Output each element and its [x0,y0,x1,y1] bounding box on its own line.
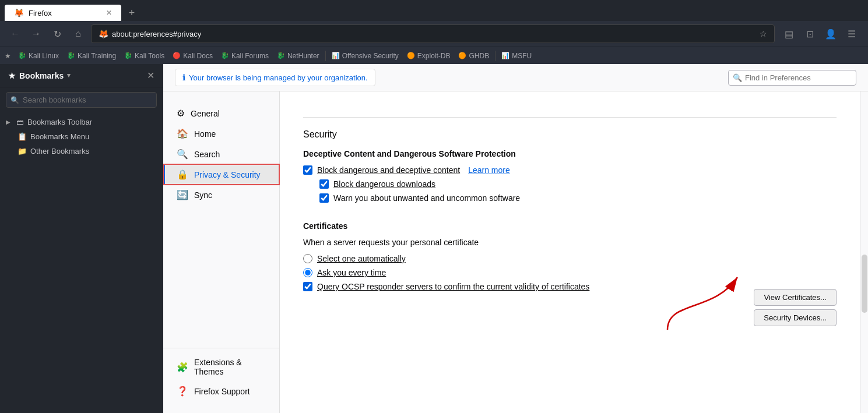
block-downloads-label: Block dangerous downloads [333,179,435,189]
block-downloads-row: Block dangerous downloads [303,179,837,189]
certificates-title: Certificates [303,221,837,231]
bookmark-kali-linux[interactable]: 🐉 Kali Linux [15,51,62,61]
select-auto-radio[interactable] [303,254,312,263]
kali-tools-icon: 🐉 [124,52,132,59]
ocsp-text: Query OCSP responder servers to confirm … [317,282,589,291]
bookmarks-bar-star-icon: ★ [5,52,11,60]
bookmark-kali-docs[interactable]: 🔴 Kali Docs [169,51,216,61]
bookmarks-toolbar-icon: 🗃 [16,118,24,126]
block-dangerous-checkbox[interactable] [303,165,312,175]
bookmark-kali-training[interactable]: 🐉 Kali Training [64,51,120,61]
prefs-main-wrap: Security Deceptive Content and Dangerous… [280,91,868,413]
reload-button[interactable]: ↻ [49,26,65,42]
support-icon: ❓ [177,386,188,397]
kali-docs-icon: 🔴 [173,52,181,59]
prefs-search-input[interactable] [728,70,856,86]
privacy-icon: 🔒 [177,169,188,180]
kali-training-icon: 🐉 [67,52,75,59]
sidebar-close-button[interactable]: ✕ [147,70,154,81]
main-area: ★ Bookmarks ▾ ✕ 🔍 ▶ 🗃 Bookmarks Toolbar [0,64,868,413]
cert-buttons-group: View Certificates... Security Devices... [754,289,837,326]
url-star-icon[interactable]: ☆ [760,29,767,38]
tab-close-icon[interactable]: ✕ [106,9,112,17]
bookmark-nethunter[interactable]: 🐉 NetHunter [273,51,323,61]
prefs-nav-extensions[interactable]: 🧩 Extensions & Themes [163,353,279,381]
monitor-icon[interactable]: ⊡ [800,24,819,43]
bookmark-kali-tools[interactable]: 🐉 Kali Tools [121,51,168,61]
prefs-search-icon: 🔍 [733,73,742,82]
library-icon[interactable]: ▤ [779,24,798,43]
tree-item-bookmarks-menu[interactable]: 📋 Bookmarks Menu [0,129,163,144]
view-certificates-button[interactable]: View Certificates... [754,289,837,306]
sidebar-search-area: 🔍 [0,87,163,112]
prefs-main: Security Deceptive Content and Dangerous… [280,91,860,413]
tree-label: Bookmarks Menu [30,132,89,141]
bookmark-ghdb[interactable]: 🟠 GHDB [455,51,493,61]
prefs-nav-general[interactable]: ⚙ General [163,103,279,123]
learn-more-link[interactable]: Learn more [468,165,510,175]
tree-item-bookmarks-toolbar[interactable]: ▶ 🗃 Bookmarks Toolbar [0,115,163,129]
tree-item-other-bookmarks[interactable]: 📁 Other Bookmarks [0,144,163,158]
prefs-nav-sync[interactable]: 🔄 Sync [163,185,279,205]
forward-button[interactable]: → [28,26,44,42]
bookmark-label: Offensive Security [342,52,399,60]
deceptive-subsection: Deceptive Content and Dangerous Software… [303,149,837,203]
block-downloads-checkbox[interactable] [319,179,329,189]
select-auto-label: Select one automatically [317,254,406,263]
bookmark-offensive-security[interactable]: 📊 Offensive Security [328,51,402,61]
bookmark-label: MSFU [512,52,532,60]
ocsp-checkbox[interactable] [303,282,312,291]
bookmark-kali-forums[interactable]: 🐉 Kali Forums [217,51,272,61]
prefs-nav-search[interactable]: 🔍 Search [163,144,279,164]
ask-every-radio[interactable] [303,268,312,277]
nethunter-icon: 🐉 [277,52,285,59]
new-tab-button[interactable]: + [124,5,140,21]
offensive-icon: 📊 [332,52,340,59]
prefs-panel: ℹ Your browser is being managed by your … [163,64,868,413]
url-text: about:preferences#privacy [112,30,201,38]
active-tab[interactable]: 🦊 Firefox ✕ [5,5,121,21]
warn-unwanted-row: Warn you about unwanted and uncommon sof… [303,193,837,203]
bookmarks-star-icon: ★ [8,71,16,80]
tab-bar: 🦊 Firefox ✕ + [0,0,868,21]
menu-icon[interactable]: ☰ [842,24,861,43]
search-input[interactable] [6,92,157,108]
security-devices-button[interactable]: Security Devices... [754,309,837,326]
extensions-icon: 🧩 [177,362,188,373]
bookmark-label: Kali Tools [135,52,164,60]
ghdb-icon: 🟠 [458,52,466,59]
warn-unwanted-text: Warn you about unwanted and uncommon sof… [333,193,520,203]
prefs-nav-support[interactable]: ❓ Firefox Support [163,381,279,401]
search-nav-icon: 🔍 [177,149,188,160]
search-wrapper: 🔍 [6,92,157,108]
prefs-nav-home[interactable]: 🏠 Home [163,123,279,144]
block-dangerous-label: Block dangerous and deceptive content [317,165,460,175]
prefs-nav-privacy[interactable]: 🔒 Privacy & Security [163,164,279,185]
ocsp-label: Query OCSP responder servers to confirm … [317,282,589,291]
warn-unwanted-label: Warn you about unwanted and uncommon sof… [333,193,520,203]
scrollbar-thumb[interactable] [862,255,867,313]
ocsp-row: Query OCSP responder servers to confirm … [303,282,742,291]
tab-favicon: 🦊 [14,8,24,17]
search-label: Search [194,150,220,159]
home-button[interactable]: ⌂ [70,26,86,42]
url-bar[interactable]: 🦊 about:preferences#privacy ☆ [91,24,775,43]
home-label: Home [194,129,216,139]
tree-label: Other Bookmarks [30,147,89,156]
bookmark-label: Exploit-DB [417,52,451,60]
back-button[interactable]: ← [7,26,23,42]
prefs-scrollbar[interactable] [860,91,868,413]
account-icon[interactable]: 👤 [821,24,840,43]
warn-unwanted-checkbox[interactable] [319,193,329,203]
support-label: Firefox Support [194,387,250,396]
managed-notice: ℹ Your browser is being managed by your … [175,69,375,86]
ask-every-label: Ask you every time [317,268,386,277]
bookmarks-dropdown-icon[interactable]: ▾ [67,72,71,79]
ask-every-row: Ask you every time [303,268,742,277]
bookmark-exploit-db[interactable]: 🟠 Exploit-DB [403,51,454,61]
tab-label: Firefox [29,9,52,17]
find-in-prefs-wrap: 🔍 [728,70,856,86]
bookmark-msfu[interactable]: 📊 MSFU [498,51,535,61]
sync-label: Sync [194,190,212,200]
select-auto-text: Select one automatically [317,254,406,263]
